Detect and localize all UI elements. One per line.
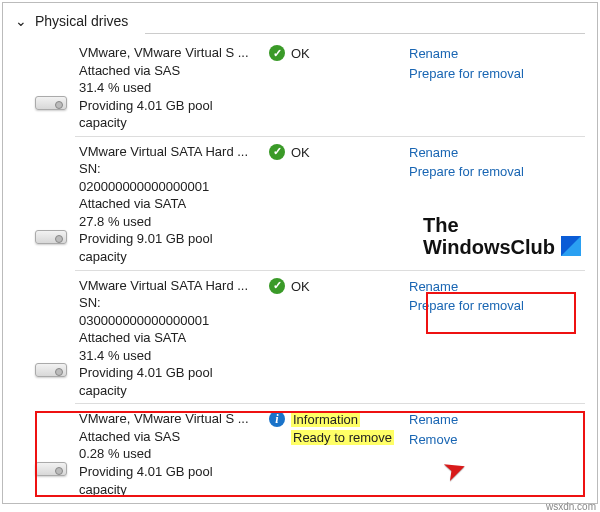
status-text: Information Ready to remove	[291, 411, 394, 446]
prepare-removal-link[interactable]: Prepare for removal	[409, 64, 559, 84]
drive-name: VMware, VMware Virtual S ...	[79, 410, 269, 428]
rename-link[interactable]: Rename	[409, 277, 559, 297]
physical-drives-panel: ⌄ Physical drives VMware, VMware Virtual…	[2, 2, 598, 504]
divider	[145, 33, 585, 34]
attribution: wsxdn.com	[546, 501, 596, 512]
info-status-icon: i	[269, 411, 285, 427]
drive-name: VMware Virtual SATA Hard ...	[79, 277, 269, 295]
rename-link[interactable]: Rename	[409, 410, 559, 430]
drive-info: VMware Virtual SATA Hard ... SN: 0300000…	[79, 277, 269, 400]
drive-row: VMware, VMware Virtual S ... Attached vi…	[15, 406, 585, 500]
drive-row: VMware Virtual SATA Hard ... SN: 0300000…	[15, 273, 585, 402]
status-text: OK	[291, 144, 310, 162]
prepare-removal-link[interactable]: Prepare for removal	[409, 162, 559, 182]
status-text: OK	[291, 45, 310, 63]
rename-link[interactable]: Rename	[409, 143, 559, 163]
chevron-down-icon: ⌄	[15, 13, 27, 29]
drive-name: VMware, VMware Virtual S ...	[79, 44, 269, 62]
ok-status-icon: ✓	[269, 278, 285, 294]
drive-name: VMware Virtual SATA Hard ...	[79, 143, 269, 161]
watermark: The WindowsClub	[423, 215, 581, 258]
drive-info: VMware, VMware Virtual S ... Attached vi…	[79, 410, 269, 498]
rename-link[interactable]: Rename	[409, 44, 559, 64]
hard-drive-icon	[35, 363, 67, 377]
hard-drive-icon	[35, 230, 67, 244]
divider	[75, 136, 585, 137]
drive-info: VMware Virtual SATA Hard ... SN: 0200000…	[79, 143, 269, 266]
hard-drive-icon	[35, 96, 67, 110]
remove-link[interactable]: Remove	[409, 430, 559, 450]
status-text: OK	[291, 278, 310, 296]
section-header[interactable]: ⌄ Physical drives	[15, 13, 585, 29]
logo-square-icon	[561, 236, 581, 256]
drive-info: VMware, VMware Virtual S ... Attached vi…	[79, 44, 269, 132]
divider	[75, 403, 585, 404]
section-title: Physical drives	[35, 13, 128, 29]
ok-status-icon: ✓	[269, 144, 285, 160]
drive-row: VMware, VMware Virtual S ... Attached vi…	[15, 40, 585, 134]
ok-status-icon: ✓	[269, 45, 285, 61]
prepare-removal-link[interactable]: Prepare for removal	[409, 296, 559, 316]
divider	[75, 270, 585, 271]
hard-drive-icon	[35, 462, 67, 476]
